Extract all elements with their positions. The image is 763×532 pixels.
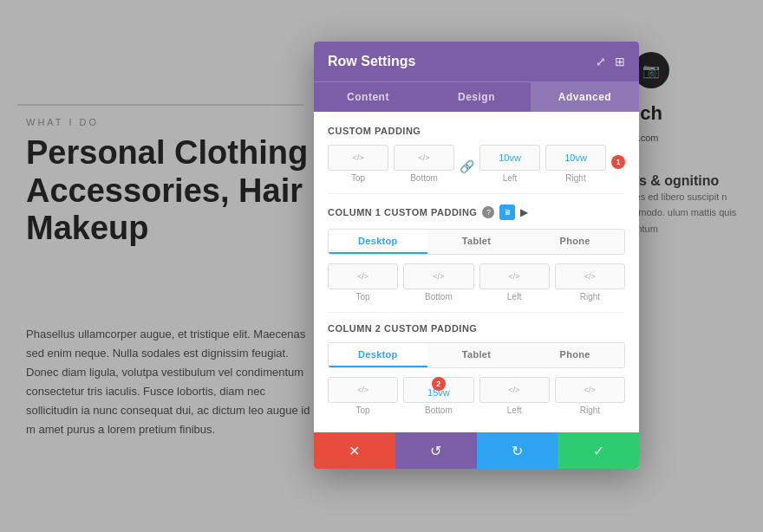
help-icon-col1[interactable]: ? xyxy=(482,206,494,218)
col2-right-input[interactable]: </> xyxy=(555,377,625,403)
padding-left-label: Left xyxy=(503,173,518,183)
code-icon-top: </> xyxy=(352,153,363,162)
custom-padding-label: Custom Padding xyxy=(328,126,625,136)
col2-top-group: </> Top xyxy=(328,377,398,415)
col1-bottom-group: </> Bottom xyxy=(403,263,473,302)
col2-bottom-group: 2 15vw Bottom xyxy=(403,377,473,415)
padding-bottom-group: </> Bottom xyxy=(394,145,454,183)
col2-right-label: Right xyxy=(580,405,600,415)
save-button[interactable]: ✓ xyxy=(558,432,639,469)
col1-tablet-tab[interactable]: Tablet xyxy=(427,230,526,254)
col2-right-group: </> Right xyxy=(555,377,625,415)
padding-top-label: Top xyxy=(351,173,365,183)
modal-body: Custom Padding </> Top </> Bottom 🔗 10vw xyxy=(314,112,639,432)
col1-bottom-label: Bottom xyxy=(425,292,453,302)
custom-padding-inputs: </> Top </> Bottom 🔗 10vw Left 10vw Ri xyxy=(328,145,625,183)
col2-device-tabs: Desktop Tablet Phone xyxy=(328,342,625,368)
col1-top-input[interactable]: </> xyxy=(328,263,398,289)
col1-left-input[interactable]: </> xyxy=(479,263,550,289)
col2-left-group: </> Left xyxy=(479,377,550,415)
col2-top-input[interactable]: </> xyxy=(328,377,398,403)
device-icon-col1[interactable]: 🖥 xyxy=(499,204,515,220)
col2-padding-inputs: </> Top 2 15vw Bottom </> Left </> xyxy=(328,377,625,415)
undo-button[interactable]: ↺ xyxy=(395,432,477,469)
col1-left-label: Left xyxy=(507,292,522,302)
col1-phone-tab[interactable]: Phone xyxy=(525,230,624,254)
tab-content[interactable]: Content xyxy=(314,82,422,112)
col2-desktop-tab[interactable]: Desktop xyxy=(329,343,427,367)
col1-padding-inputs: </> Top </> Bottom </> Left </> R xyxy=(328,263,625,302)
col1-bottom-input[interactable]: </> xyxy=(403,263,473,289)
redo-button[interactable]: ↻ xyxy=(477,432,558,469)
resize-icon[interactable]: ⤢ xyxy=(596,55,606,68)
col2-bottom-label: Bottom xyxy=(425,405,453,415)
padding-right-label: Right xyxy=(565,173,585,183)
padding-left-input[interactable]: 10vw xyxy=(479,145,540,171)
cursor-icon-col1: ▶ xyxy=(520,206,528,218)
padding-bottom-label: Bottom xyxy=(410,173,438,183)
col2-tablet-tab[interactable]: Tablet xyxy=(427,343,526,367)
col1-device-tabs: Desktop Tablet Phone xyxy=(328,229,625,255)
padding-bottom-input[interactable]: </> xyxy=(394,145,454,171)
link-icon[interactable]: 🔗 xyxy=(460,145,474,183)
padding-left-group: 10vw Left xyxy=(479,145,540,183)
col1-top-label: Top xyxy=(356,292,370,302)
col2-bottom-input[interactable]: 2 15vw xyxy=(403,377,473,403)
modal-header: Row Settings ⤢ ⊞ xyxy=(314,42,639,81)
divider-1 xyxy=(328,193,625,194)
cancel-button[interactable]: ✕ xyxy=(314,432,395,469)
modal-footer: ✕ ↺ ↻ ✓ xyxy=(314,432,639,469)
col1-right-group: </> Right xyxy=(555,263,625,302)
col1-right-input[interactable]: </> xyxy=(555,263,625,289)
row-settings-modal: Row Settings ⤢ ⊞ Content Design Advanced… xyxy=(314,42,639,469)
col2-section-header: Column 2 Custom Padding xyxy=(328,323,625,334)
padding-top-input[interactable]: </> xyxy=(328,145,388,171)
modal-tabs: Content Design Advanced xyxy=(314,81,639,112)
col1-top-group: </> Top xyxy=(328,263,398,302)
padding-right-group: 10vw Right xyxy=(545,145,606,183)
divider-2 xyxy=(328,312,625,313)
col1-section-header: Column 1 Custom Padding ? 🖥 ▶ xyxy=(328,204,625,220)
col2-label: Column 2 Custom Padding xyxy=(328,323,477,334)
padding-right-input[interactable]: 10vw xyxy=(545,145,606,171)
tab-advanced[interactable]: Advanced xyxy=(531,82,639,112)
col2-phone-tab[interactable]: Phone xyxy=(525,343,624,367)
col1-right-label: Right xyxy=(580,292,600,302)
col1-left-group: </> Left xyxy=(479,263,550,302)
tab-design[interactable]: Design xyxy=(422,82,531,112)
padding-top-group: </> Top xyxy=(328,145,388,183)
code-icon-bottom: </> xyxy=(418,153,429,162)
col1-desktop-tab[interactable]: Desktop xyxy=(329,230,427,254)
modal-title: Row Settings xyxy=(328,54,415,69)
col2-top-label: Top xyxy=(356,405,370,415)
badge-1: 1 xyxy=(611,155,625,169)
columns-icon[interactable]: ⊞ xyxy=(615,55,625,68)
col2-left-label: Left xyxy=(507,405,522,415)
col1-label: Column 1 Custom Padding xyxy=(328,207,477,217)
col2-left-input[interactable]: </> xyxy=(479,377,550,403)
badge-2: 2 xyxy=(432,377,446,391)
header-icons: ⤢ ⊞ xyxy=(596,55,625,68)
